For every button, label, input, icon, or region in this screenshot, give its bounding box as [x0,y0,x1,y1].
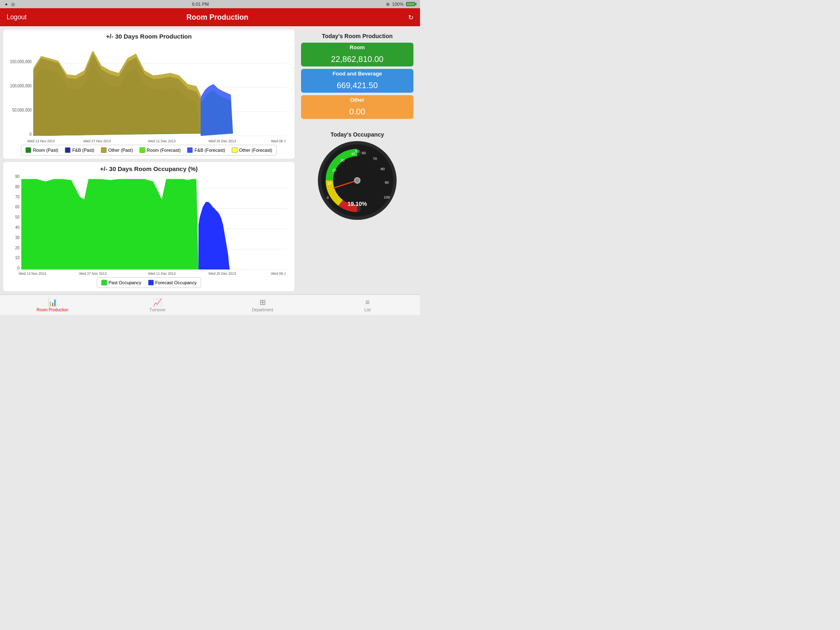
tab-turnover-label: Turnover [149,308,166,312]
past-occ-label: Past Occupancy [109,280,142,285]
past-occ-swatch [101,280,107,285]
right-column: Today's Room Production Room 22,862,810.… [298,30,417,291]
svg-text:90: 90 [385,180,389,185]
fnb-card-value: 669,421.50 [301,78,413,93]
svg-text:10: 10 [327,181,331,185]
legend-room-forecast: Room (Forecast) [139,147,181,153]
other-past-label: Other (Past) [108,148,133,153]
svg-marker-35 [21,179,199,269]
today-production-title: Today's Room Production [301,33,413,39]
svg-text:19.10%: 19.10% [347,201,367,207]
fnb-forecast-label: F&B (Forecast) [194,148,225,153]
room-production-tab-icon: 📊 [48,298,57,307]
svg-text:60: 60 [362,151,366,155]
svg-marker-13 [201,84,233,136]
other-forecast-label: Other (Forecast) [239,148,272,153]
tab-room-production-label: Room Production [37,308,68,312]
logout-button[interactable]: Logout [7,14,27,21]
svg-text:150,000,000: 150,000,000 [10,59,32,64]
fnb-past-label: F&B (Past) [72,148,94,153]
svg-text:60: 60 [15,205,20,210]
battery-icon [406,2,415,6]
occupancy-legend: Past Occupancy Forecast Occupancy [97,277,201,288]
svg-text:70: 70 [373,157,377,161]
production-legend: Room (Past) F&B (Past) Other (Past) Room… [21,145,276,155]
room-production-card: Room 22,862,810.00 [301,43,413,66]
svg-text:Wed 25 Dec 2013: Wed 25 Dec 2013 [208,271,236,276]
svg-text:50: 50 [355,149,359,153]
svg-text:100,000,000: 100,000,000 [10,84,32,89]
room-past-swatch [25,147,31,153]
tab-department-label: Department [252,308,273,312]
turnover-tab-icon: 📈 [153,298,162,307]
svg-text:Wed 11 Dec 2013: Wed 11 Dec 2013 [148,139,176,143]
svg-point-61 [355,178,359,183]
other-forecast-swatch [232,147,237,153]
legend-past-occupancy: Past Occupancy [101,280,142,285]
status-right: ⊕ 100% [386,2,415,7]
gauge-container: 0 10 20 30 40 50 60 70 80 90 100 [316,139,398,221]
svg-text:20: 20 [332,168,336,172]
today-production-panel: Today's Room Production Room 22,862,810.… [298,30,417,125]
refresh-button[interactable]: ↻ [408,14,413,21]
svg-text:Wed 08 J: Wed 08 J [271,271,285,276]
svg-text:Wed 27 Nov 2013: Wed 27 Nov 2013 [79,271,107,276]
status-time: 6:01 PM [192,2,209,7]
tab-bar: 📊 Room Production 📈 Turnover ⊞ Departmen… [0,294,420,315]
main-content: +/- 30 Days Room Production 0 50,000,000… [0,26,420,294]
status-bar: ● ◎ 6:01 PM ⊕ 100% [0,0,420,8]
left-column: +/- 30 Days Room Production 0 50,000,000… [3,30,294,291]
other-card-label: Other [301,95,413,105]
other-past-swatch [101,147,107,153]
svg-text:Wed 27 Nov 2013: Wed 27 Nov 2013 [83,139,111,143]
svg-marker-11 [33,50,203,136]
svg-text:30: 30 [340,158,345,162]
fnb-card-label: Food and Beverage [301,69,413,78]
occupancy-chart-title: +/- 30 Days Room Occupancy (%) [100,165,198,172]
today-occupancy-panel: Today's Occupancy [298,128,417,291]
signal-icon: ◎ [11,2,15,7]
room-card-label: Room [301,43,413,52]
legend-other-forecast: Other (Forecast) [232,147,272,153]
location-icon: ⊕ [386,2,390,7]
svg-text:100: 100 [383,195,390,199]
legend-room-past: Room (Past) [25,147,58,153]
production-chart-panel: +/- 30 Days Room Production 0 50,000,000… [3,30,294,159]
fnb-past-swatch [65,147,71,153]
room-past-label: Room (Past) [33,148,58,153]
nav-bar: Logout Room Production ↻ [0,8,420,26]
status-left: ● ◎ [5,2,15,7]
forecast-occ-label: Forecast Occupancy [155,280,197,285]
svg-marker-36 [199,202,230,269]
svg-text:0: 0 [326,196,329,200]
other-card-value: 0.00 [301,105,413,119]
svg-text:Wed 13 Nov 2013: Wed 13 Nov 2013 [19,271,46,276]
svg-text:Wed 11 Dec 2013: Wed 11 Dec 2013 [148,271,176,276]
department-tab-icon: ⊞ [260,298,266,307]
tab-list[interactable]: ≡ List [315,295,420,315]
battery-percent: 100% [392,2,404,7]
other-production-card: Other 0.00 [301,95,413,119]
legend-fnb-past: F&B (Past) [65,147,94,153]
legend-other-past: Other (Past) [101,147,133,153]
svg-text:40: 40 [15,225,20,230]
svg-text:70: 70 [15,194,20,199]
svg-text:40: 40 [351,152,355,156]
room-card-value: 22,862,810.00 [301,52,413,66]
room-forecast-swatch [139,147,145,153]
svg-text:Wed 25 Dec 2013: Wed 25 Dec 2013 [208,139,236,143]
svg-text:0: 0 [30,132,32,137]
svg-text:10: 10 [15,256,20,260]
svg-text:Wed 08 J: Wed 08 J [271,139,285,143]
list-tab-icon: ≡ [365,298,370,307]
nav-title: Room Production [186,13,248,22]
occupancy-chart-panel: +/- 30 Days Room Occupancy (%) 0 10 20 3… [3,162,294,291]
wifi-icon: ● [5,2,8,7]
tab-room-production[interactable]: 📊 Room Production [0,295,105,315]
room-forecast-label: Room (Forecast) [147,148,181,153]
svg-text:0: 0 [17,265,19,270]
tab-turnover[interactable]: 📈 Turnover [105,295,210,315]
production-chart-title: +/- 30 Days Room Production [106,33,192,40]
tab-department[interactable]: ⊞ Department [210,295,315,315]
svg-text:50,000,000: 50,000,000 [12,108,32,113]
